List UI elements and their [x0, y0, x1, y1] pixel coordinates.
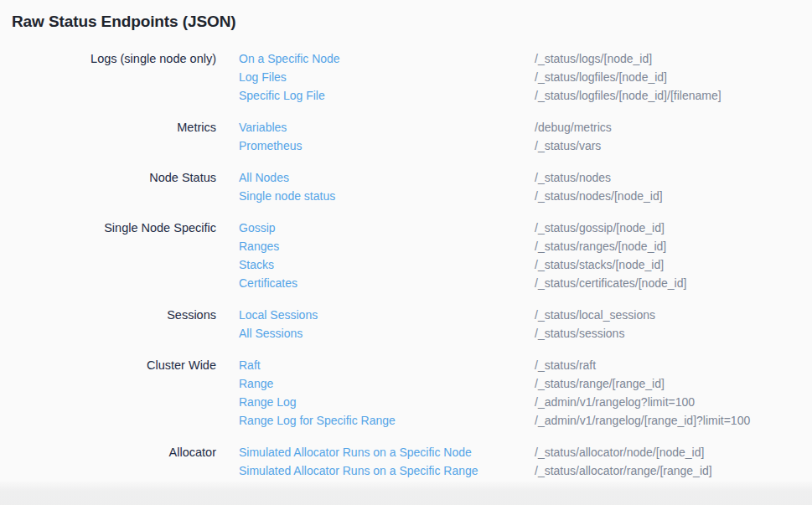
endpoint-link[interactable]: Range [239, 374, 273, 393]
group-category-label: Node Status [0, 168, 216, 187]
endpoint-path: /_status/logs/[node_id] [535, 49, 812, 68]
endpoint-path: /_admin/v1/rangelog/[range_id]?limit=100 [535, 411, 812, 430]
endpoint-link[interactable]: Raft [239, 356, 261, 374]
endpoint-group: Metrics VariablesPrometheus /debug/metri… [0, 118, 812, 155]
endpoint-link[interactable]: Simulated Allocator Runs on a Specific N… [239, 443, 472, 461]
debug-endpoints-page: Raw Status Endpoints (JSON) Logs (single… [0, 0, 812, 480]
endpoint-link[interactable]: On a Specific Node [239, 49, 340, 68]
endpoint-paths-column: /debug/metrics/_status/vars [535, 118, 812, 155]
endpoint-link[interactable]: Single node status [239, 187, 335, 205]
endpoint-link[interactable]: Specific Log File [239, 86, 325, 105]
endpoint-path: /_status/logfiles/[node_id] [535, 68, 812, 86]
endpoint-paths-column: /_status/allocator/node/[node_id]/_statu… [535, 443, 812, 480]
footer-shadow-strip [0, 480, 812, 505]
endpoint-links-column: On a Specific NodeLog FilesSpecific Log … [239, 49, 535, 105]
endpoint-link[interactable]: Local Sessions [239, 306, 318, 324]
endpoint-paths-column: /_status/logs/[node_id]/_status/logfiles… [535, 49, 812, 105]
endpoint-link[interactable]: Simulated Allocator Runs on a Specific R… [239, 461, 478, 480]
endpoint-links-column: VariablesPrometheus [239, 118, 535, 155]
endpoint-path: /_status/certificates/[node_id] [535, 274, 812, 292]
group-category-label: Allocator [0, 443, 216, 461]
endpoint-group: Logs (single node only) On a Specific No… [0, 49, 812, 105]
endpoint-path: /_status/raft [535, 356, 812, 374]
endpoint-path: /debug/metrics [535, 118, 812, 137]
endpoint-paths-column: /_status/nodes/_status/nodes/[node_id] [535, 168, 812, 205]
endpoint-paths-column: /_status/local_sessions/_status/sessions [535, 306, 812, 343]
group-category-label: Logs (single node only) [0, 49, 216, 68]
endpoint-link[interactable]: Stacks [239, 255, 274, 274]
endpoint-path: /_status/local_sessions [535, 306, 812, 324]
endpoint-group: Node Status All NodesSingle node status … [0, 168, 812, 205]
endpoint-links-column: RaftRangeRange LogRange Log for Specific… [239, 356, 535, 430]
group-category-label: Sessions [0, 306, 216, 324]
endpoint-path: /_status/vars [535, 137, 812, 155]
endpoint-path: /_admin/v1/rangelog?limit=100 [535, 393, 812, 411]
endpoint-link[interactable]: Ranges [239, 237, 279, 255]
endpoint-paths-column: /_status/raft/_status/range/[range_id]/_… [535, 356, 812, 430]
endpoint-paths-column: /_status/gossip/[node_id]/_status/ranges… [535, 219, 812, 292]
endpoint-link[interactable]: All Nodes [239, 168, 289, 187]
endpoint-link[interactable]: Variables [239, 118, 287, 137]
endpoint-path: /_status/logfiles/[node_id]/[filename] [535, 86, 812, 105]
endpoint-link[interactable]: Log Files [239, 68, 287, 86]
endpoint-path: /_status/range/[range_id] [535, 374, 812, 393]
group-category-label: Cluster Wide [0, 356, 216, 374]
endpoint-link[interactable]: Gossip [239, 219, 276, 237]
endpoint-path: /_status/allocator/node/[node_id] [535, 443, 812, 461]
endpoint-link[interactable]: Prometheus [239, 137, 302, 155]
group-category-label: Single Node Specific [0, 219, 216, 237]
endpoint-group: Single Node Specific GossipRangesStacksC… [0, 219, 812, 292]
endpoint-group: Cluster Wide RaftRangeRange LogRange Log… [0, 356, 812, 430]
endpoint-path: /_status/nodes [535, 168, 812, 187]
endpoint-group: Allocator Simulated Allocator Runs on a … [0, 443, 812, 480]
endpoint-link[interactable]: All Sessions [239, 324, 303, 343]
endpoint-path: /_status/sessions [535, 324, 812, 343]
endpoint-links-column: All NodesSingle node status [239, 168, 535, 205]
endpoint-path: /_status/stacks/[node_id] [535, 255, 812, 274]
endpoint-link[interactable]: Range Log [239, 393, 297, 411]
endpoint-group: Sessions Local SessionsAll Sessions /_st… [0, 306, 812, 343]
endpoint-links-column: Local SessionsAll Sessions [239, 306, 535, 343]
endpoint-path: /_status/ranges/[node_id] [535, 237, 812, 255]
endpoint-path: /_status/nodes/[node_id] [535, 187, 812, 205]
page-title: Raw Status Endpoints (JSON) [12, 12, 812, 32]
endpoint-groups: Logs (single node only) On a Specific No… [0, 49, 812, 480]
group-category-label: Metrics [0, 118, 216, 137]
endpoint-links-column: GossipRangesStacksCertificates [239, 219, 535, 292]
endpoint-path: /_status/allocator/range/[range_id] [535, 461, 812, 480]
endpoint-link[interactable]: Certificates [239, 274, 297, 292]
endpoint-path: /_status/gossip/[node_id] [535, 219, 812, 237]
endpoint-link[interactable]: Range Log for Specific Range [239, 411, 396, 430]
endpoint-links-column: Simulated Allocator Runs on a Specific N… [239, 443, 535, 480]
